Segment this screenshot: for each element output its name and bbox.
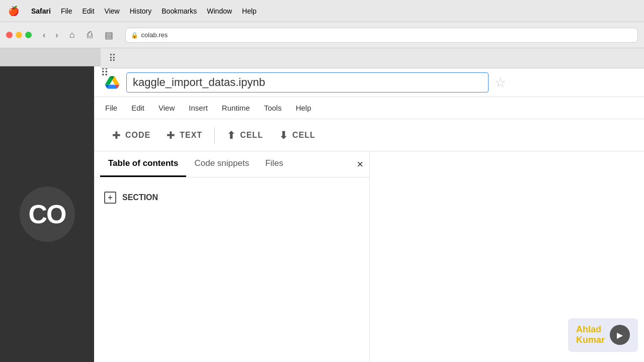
tab-code-snippets[interactable]: Code snippets [186,151,257,177]
home-button[interactable]: ⌂ [65,28,79,42]
colab-logo: CO [20,187,75,242]
add-code-button[interactable]: ✚ CODE [104,125,158,145]
address-bar[interactable]: 🔒 colab.res [125,28,638,43]
tab-table-of-contents[interactable]: Table of contents [100,151,186,177]
minimize-window-button[interactable] [16,32,22,38]
macos-menu-view[interactable]: View [105,7,120,15]
lock-icon: 🔒 [131,32,138,39]
url-text: colab.res [141,31,168,39]
macos-menubar: 🍎 Safari File Edit View History Bookmark… [0,0,644,22]
right-panel: Ahlad Kumar ▶ [370,151,644,362]
colab-menu-insert[interactable]: Insert [188,104,209,112]
colab-menu-tools[interactable]: Tools [263,104,283,112]
cell-up-button[interactable]: ⬆ CELL [219,125,271,145]
macos-menu-history[interactable]: History [130,7,152,15]
macos-menu-help[interactable]: Help [242,7,257,15]
home-icon: ⌂ [69,30,75,40]
user-name-line2: Kumar [576,335,605,346]
colab-menu-edit[interactable]: Edit [130,104,145,112]
filename-input[interactable] [126,72,489,93]
arrow-down-icon: ⬇ [279,129,288,141]
panel-close-button[interactable]: × [357,158,363,171]
play-icon: ▶ [617,330,623,340]
plus-text-icon: ✚ [167,129,176,141]
back-button[interactable]: ‹ [40,29,48,42]
forward-button[interactable]: › [52,29,61,42]
cell-down-label: CELL [292,131,315,140]
macos-menu-edit[interactable]: Edit [82,7,94,15]
panel-tabs: Table of contents Code snippets Files × [94,151,369,177]
safari-toolbar: ‹ › ⌂ ⎙ ▤ 🔒 colab.res [0,22,644,48]
app-name: Safari [31,7,51,15]
grid-icon[interactable]: ⠿ [109,52,116,64]
print-button[interactable]: ⎙ [83,28,97,42]
colab-logo-text: CO [29,199,66,229]
macos-menu-bookmarks[interactable]: Bookmarks [162,7,197,15]
colab-menu-runtime[interactable]: Runtime [221,104,251,112]
section-item[interactable]: + SECTION [102,188,361,208]
traffic-lights [6,32,32,38]
add-text-button[interactable]: ✚ TEXT [158,125,210,145]
cell-down-button[interactable]: ⬇ CELL [271,125,324,145]
app-area: CO ⠿ ☆ [0,66,644,362]
arrow-up-icon: ⬆ [227,129,236,141]
colab-menu-file[interactable]: File [104,104,118,112]
toolbar-divider [214,127,215,143]
colab-menubar: File Edit View Insert Runtime Tools Help [94,97,644,119]
colab-main: ⠿ ☆ File Edit View Insert Run [94,66,644,362]
sidebar-toggle-button[interactable]: ▤ [101,28,117,43]
colab-grid-bar: ⠿ [101,48,644,68]
star-button[interactable]: ☆ [495,75,506,90]
section-plus-icon: + [104,192,116,204]
user-name: Ahlad Kumar [576,324,605,346]
macos-menu-file[interactable]: File [61,7,72,15]
colab-toolbar: ✚ CODE ✚ TEXT ⬆ CELL ⬇ CELL [94,119,644,151]
user-name-line1: Ahlad [576,324,605,335]
close-window-button[interactable] [6,32,13,38]
fullscreen-window-button[interactable] [25,32,32,38]
colab-topbar: ⠿ ☆ [94,66,644,97]
add-code-label: CODE [125,131,150,140]
colab-logo-sidebar: CO [0,66,94,362]
plus-code-icon: ✚ [112,129,121,141]
macos-menu-window[interactable]: Window [207,7,232,15]
cell-up-label: CELL [240,131,263,140]
panel-content: + SECTION [94,177,369,362]
sidebar-icon: ▤ [105,30,113,41]
apple-logo-icon: 🍎 [8,6,19,17]
add-text-label: TEXT [180,131,202,140]
colab-menu-help[interactable]: Help [295,104,312,112]
tab-files[interactable]: Files [257,151,291,177]
user-card: Ahlad Kumar ▶ [568,318,638,352]
colab-menu-view[interactable]: View [157,104,176,112]
colab-panel-area: Table of contents Code snippets Files × … [94,151,644,362]
section-label: SECTION [122,193,158,202]
left-panel: Table of contents Code snippets Files × … [94,151,370,362]
play-button[interactable]: ▶ [610,325,630,345]
print-icon: ⎙ [87,30,93,40]
